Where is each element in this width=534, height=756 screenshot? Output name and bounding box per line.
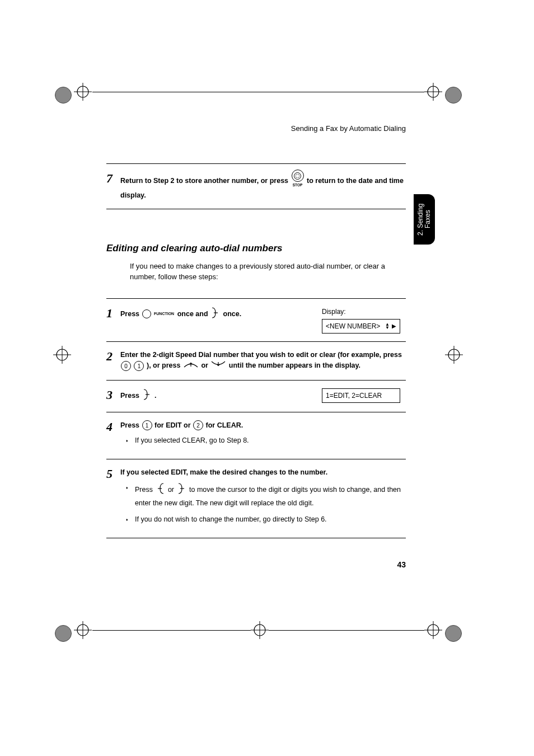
page-header: Sending a Fax by Automatic Dialing	[106, 124, 406, 133]
step-1: 1 Press FUNCTION once and once. Display:	[106, 298, 406, 341]
arrows-updown-icon: ▲▼	[385, 323, 390, 329]
step-number: 4	[106, 420, 120, 434]
step-body: Press . 1=EDIT, 2=CLEAR	[120, 388, 406, 404]
section-heading: Editing and clearing auto-dial numbers	[106, 243, 406, 254]
content: Sending a Fax by Automatic Dialing 7 Ret…	[106, 124, 406, 538]
down-arrow-button-icon	[210, 360, 226, 372]
step-2: 2 Enter the 2-digit Speed Dial number th…	[106, 341, 406, 381]
crop-mark	[55, 87, 72, 104]
stop-button-icon: STOP	[292, 170, 304, 188]
digit-2-icon: 2	[193, 420, 203, 430]
step-5: 5 If you selected EDIT, make the desired…	[106, 459, 406, 538]
display-label: Display:	[322, 307, 346, 317]
step-body: If you selected EDIT, make the desired c…	[120, 467, 406, 530]
step-4: 4 Press 1 for EDIT or 2 for CLEAR. If yo…	[106, 412, 406, 459]
arrow-right-icon: ▶	[392, 322, 396, 330]
crop-line	[92, 630, 251, 631]
right-arrow-button-icon	[142, 388, 152, 404]
svg-marker-21	[296, 174, 299, 178]
register-mark	[424, 621, 442, 639]
page: 2. Sending Faxes Sending a Fax by Automa…	[0, 0, 534, 756]
right-arrow-button-icon	[210, 307, 221, 322]
digit-1-icon: 1	[134, 361, 144, 371]
step-body: Press 1 for EDIT or 2 for CLEAR. If you …	[120, 420, 406, 452]
function-button-icon	[142, 309, 151, 318]
step-number: 3	[106, 388, 120, 402]
crop-mark	[445, 625, 462, 642]
digit-0-icon: 0	[121, 361, 131, 371]
side-tab-label: 2. Sending Faxes	[417, 194, 432, 245]
display-box: <NEW NUMBER> ▲▼ ▶	[322, 319, 400, 334]
step-body: Return to Step 2 to store another number…	[120, 172, 406, 201]
step-3: 3 Press . 1=EDIT, 2=CLEAR	[106, 380, 406, 412]
crop-line	[92, 92, 424, 92]
register-mark	[74, 621, 92, 639]
bullet-item: If you do not wish to change the number,…	[126, 514, 406, 525]
digit-1-icon: 1	[142, 420, 152, 430]
display-box: 1=EDIT, 2=CLEAR	[322, 388, 400, 403]
register-mark	[445, 346, 463, 364]
crop-line	[269, 630, 424, 631]
step-7: 7 Return to Step 2 to store another numb…	[106, 163, 406, 209]
register-mark	[74, 83, 92, 101]
function-label: FUNCTION	[154, 312, 174, 316]
crop-mark	[55, 625, 72, 642]
crop-mark	[445, 87, 462, 104]
up-arrow-button-icon	[183, 360, 199, 372]
step-number: 5	[106, 467, 120, 481]
register-mark	[53, 346, 71, 364]
left-arrow-button-icon	[155, 482, 165, 498]
side-tab: 2. Sending Faxes	[414, 194, 435, 245]
bullet-item: Press or to move the cursor to the digit…	[126, 482, 406, 509]
page-number: 43	[397, 560, 406, 569]
step-number: 1	[106, 307, 120, 320]
register-mark	[251, 621, 269, 639]
bullet-item: If you selected CLEAR, go to Step 8.	[126, 435, 406, 446]
step-body: Enter the 2-digit Speed Dial number that…	[120, 350, 406, 373]
step-number: 2	[106, 350, 120, 363]
step-number: 7	[106, 172, 120, 185]
section-intro: If you need to make changes to a previou…	[130, 261, 406, 283]
right-arrow-button-icon	[177, 482, 187, 498]
step-body: Press FUNCTION once and once. Display: <…	[120, 307, 406, 334]
register-mark	[424, 83, 442, 101]
